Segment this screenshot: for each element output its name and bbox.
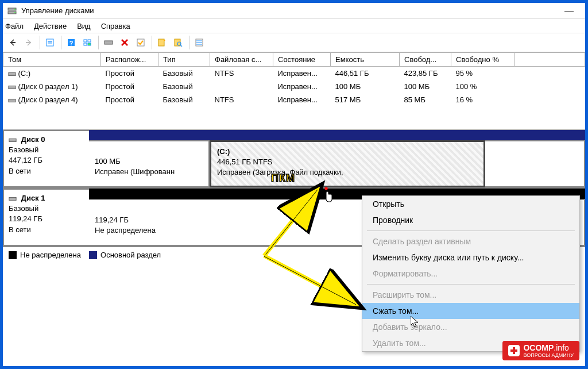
svg-point-3 [14, 12, 16, 13]
menu-change-letter[interactable]: Изменить букву диска или путь к диску... [362, 249, 579, 266]
cursor-icon [411, 316, 421, 331]
menu-file[interactable]: Файл [5, 22, 24, 30]
svg-rect-7 [48, 41, 52, 42]
table-row[interactable]: (Диск 0 раздел 4)ПростойБазовыйNTFSИспра… [3, 93, 585, 106]
disk1-size: 119,24 ГБ [9, 214, 42, 223]
menu-bar: Файл Действие Вид Справка [3, 19, 585, 33]
col-status[interactable]: Состояние [273, 53, 331, 67]
disk0-size: 447,12 ГБ [9, 156, 42, 164]
plus-icon [508, 345, 520, 356]
svg-line-33 [264, 256, 356, 305]
svg-rect-8 [48, 43, 52, 44]
back-button[interactable] [5, 35, 20, 50]
separator [189, 36, 189, 49]
annotation-pkm-label: ПКМ [271, 172, 295, 184]
menu-open[interactable]: Открыть [362, 196, 579, 212]
col-free[interactable]: Свобод... [400, 53, 451, 67]
delete-button[interactable] [117, 35, 132, 50]
forward-button[interactable] [21, 35, 36, 50]
volume-icon [8, 84, 16, 91]
svg-rect-12 [88, 40, 91, 42]
svg-rect-4 [10, 42, 16, 43]
app-icon [7, 6, 17, 16]
search-button[interactable] [171, 35, 185, 50]
col-free-pct[interactable]: Свободно % [451, 53, 514, 67]
disk0-name: Диск 0 [21, 135, 45, 144]
title-bar: Управление дисками — [3, 3, 585, 19]
disk1-name: Диск 1 [21, 194, 45, 202]
separator [98, 36, 99, 49]
volume-icon [8, 71, 16, 78]
new-button[interactable] [154, 35, 169, 50]
window-title: Управление дисками [21, 6, 558, 15]
table-row[interactable]: (Диск 0 раздел 1)ПростойБазовыйИсправен.… [3, 80, 585, 93]
seg-status: Не распределена [95, 226, 156, 235]
disk1-info[interactable]: Диск 1 Базовый 119,24 ГБ В сети [3, 189, 89, 246]
col-layout[interactable]: Располож... [101, 53, 158, 67]
disk0-partition-1[interactable]: 100 МБ Исправен (Шифрованн [89, 140, 210, 187]
watermark: OCOMP.info ВОПРОСЫ АДМИНУ [502, 341, 579, 360]
svg-rect-16 [137, 39, 144, 46]
disk0-status: В сети [9, 167, 31, 175]
svg-rect-28 [9, 139, 16, 141]
separator [61, 36, 61, 49]
menu-format: Форматировать... [362, 266, 579, 282]
disk0-primary-band [89, 130, 585, 140]
col-type[interactable]: Тип [158, 53, 210, 67]
menu-help[interactable]: Справка [101, 22, 130, 30]
disk1-status: В сети [9, 225, 31, 234]
menu-extend: Расширить том... [362, 287, 579, 303]
svg-rect-13 [84, 43, 87, 45]
disk1-type: Базовый [9, 204, 38, 213]
col-spacer [514, 53, 585, 67]
legend-swatch-unalloc [9, 251, 17, 259]
list-button[interactable] [192, 35, 207, 50]
svg-rect-14 [88, 43, 91, 45]
col-filesystem[interactable]: Файловая с... [210, 53, 273, 67]
svg-rect-15 [105, 41, 113, 44]
menu-make-active: Сделать раздел активным [362, 233, 579, 249]
svg-text:?: ? [69, 40, 74, 47]
view-button[interactable] [80, 35, 95, 50]
toolbar: ? [3, 33, 585, 52]
properties-button[interactable] [42, 35, 57, 50]
disk0-partition-c[interactable]: (C:) 446,51 ГБ NTFS Исправен (Загрузка, … [210, 140, 485, 187]
svg-rect-17 [158, 39, 164, 46]
svg-rect-5 [26, 42, 31, 43]
menu-view[interactable]: Вид [77, 22, 91, 30]
disk0-partition-4[interactable] [485, 140, 585, 187]
menu-add-mirror: Добавить зеркало... [362, 319, 579, 335]
table-row[interactable]: (C:)ПростойБазовыйNTFSИсправен...446,51 … [3, 67, 585, 80]
annotation-click-cursor [322, 187, 334, 205]
disk0-info[interactable]: Диск 0 Базовый 447,12 ГБ В сети [3, 130, 89, 187]
context-menu: Открыть Проводник Сделать раздел активны… [362, 195, 580, 352]
volume-icon [8, 97, 16, 104]
menu-action[interactable]: Действие [34, 22, 67, 30]
disk-button[interactable] [101, 35, 116, 50]
col-volume[interactable]: Том [3, 53, 101, 67]
svg-rect-18 [175, 39, 180, 46]
check-button[interactable] [133, 35, 148, 50]
separator [367, 284, 575, 285]
watermark-sub: ВОПРОСЫ АДМИНУ [523, 352, 574, 358]
menu-shrink[interactable]: Сжать том... [362, 303, 579, 319]
svg-point-2 [14, 9, 16, 10]
menu-explorer[interactable]: Проводник [362, 212, 579, 228]
table-header-row: Том Располож... Тип Файловая с... Состоя… [3, 53, 585, 67]
col-capacity[interactable]: Емкость [331, 53, 400, 67]
svg-line-32 [264, 256, 356, 305]
svg-rect-29 [9, 197, 16, 200]
minimize-button[interactable]: — [558, 5, 581, 17]
disk-icon [9, 195, 17, 202]
svg-rect-25 [8, 72, 15, 75]
disk-icon [9, 137, 17, 144]
separator [367, 230, 575, 231]
volume-table[interactable]: Том Располож... Тип Файловая с... Состоя… [3, 52, 585, 106]
help-button[interactable]: ? [64, 35, 79, 50]
svg-rect-11 [84, 40, 87, 42]
legend-primary: Основной раздел [100, 251, 161, 259]
seg-size: 446,51 ГБ NTFS [217, 157, 273, 166]
seg-title: (C:) [217, 147, 230, 156]
watermark-domain: .info [554, 343, 568, 352]
seg-size: 100 МБ [95, 157, 121, 166]
